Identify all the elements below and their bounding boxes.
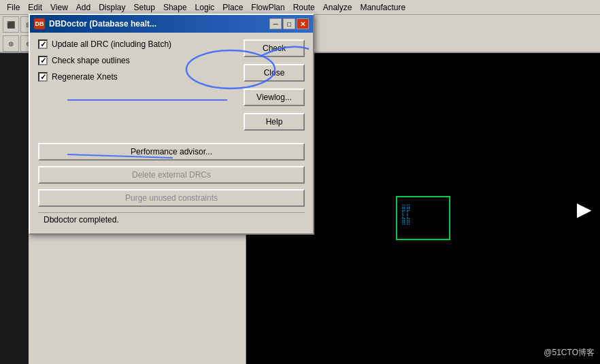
menu-setup[interactable]: Setup [130,1,159,14]
menu-file[interactable]: File [3,1,24,14]
close-dialog-button[interactable]: Close [244,64,305,82]
check-mark-1: ✓ [40,40,46,49]
toolbar-btn-18[interactable]: ⊛ [3,35,19,52]
performance-advisor-button[interactable]: Performance advisor... [38,143,305,161]
close-button[interactable]: ✕ [297,18,309,29]
menu-manufacture[interactable]: Manufacture [356,1,410,14]
dialog-icon: DB [34,18,45,29]
checkbox-shape-outlines[interactable]: ✓ [38,56,48,65]
menu-display[interactable]: Display [95,1,129,14]
maximize-button[interactable]: □ [283,18,295,29]
checkbox-regenerate-xnets[interactable]: ✓ [38,72,48,82]
purge-unused-constraints-button[interactable]: Purge unused constraints [38,189,305,207]
dialog-titlebar: DB DBDoctor (Database healt... ─ □ ✕ [30,15,313,33]
menu-route[interactable]: Route [289,1,319,14]
menu-edit[interactable]: Edit [24,1,46,14]
play-button[interactable]: ▶ [577,197,592,220]
dialog-right-panel: Check Close Viewlog... Help [244,39,305,132]
delete-external-drcs-button[interactable]: Delete external DRCs [38,166,305,184]
checkbox-label-3: Regenerate Xnets [52,72,118,82]
help-button[interactable]: Help [244,113,305,131]
dialog-controls: ─ □ ✕ [269,18,309,29]
dbdoctor-dialog: DB DBDoctor (Database healt... ─ □ ✕ ✓ U… [29,14,314,235]
check-mark-2: ✓ [40,56,46,65]
checkbox-label-1: Update all DRC (including Batch) [52,39,171,49]
check-button[interactable]: Check [244,39,305,57]
menu-bar: File Edit View Add Display Setup Shape L… [0,0,600,15]
menu-logic[interactable]: Logic [191,1,219,14]
dialog-title-left: DB DBDoctor (Database healt... [34,18,156,29]
menu-analyze[interactable]: Analyze [319,1,356,14]
dialog-footer: Performance advisor... Delete external D… [30,139,313,233]
menu-view[interactable]: View [46,1,72,14]
dialog-body: ✓ Update all DRC (including Batch) ✓ Che… [30,33,313,139]
checkbox-row-2: ✓ Check shape outlines [38,56,235,65]
checkbox-row-1: ✓ Update all DRC (including Batch) [38,39,235,49]
dialog-title-text: DBDoctor (Database healt... [49,19,156,29]
menu-place[interactable]: Place [218,1,247,14]
checkbox-row-3: ✓ Regenerate Xnets [38,72,235,82]
pcb-text: ⣿⣿⡇⡇⣿⣿ [401,204,411,225]
menu-add[interactable]: Add [72,1,95,14]
watermark: @51CTO博客 [544,347,595,359]
menu-flowplan[interactable]: FlowPlan [247,1,288,14]
menu-shape[interactable]: Shape [159,1,191,14]
check-mark-3: ✓ [40,73,46,82]
minimize-button[interactable]: ─ [269,18,282,29]
dialog-left-panel: ✓ Update all DRC (including Batch) ✓ Che… [38,39,235,132]
checkbox-label-2: Check shape outlines [52,56,130,65]
status-bar: Dbdoctor completed. [38,212,305,227]
viewlog-button[interactable]: Viewlog... [244,88,305,106]
toolbar-btn-1[interactable]: ⬛ [3,16,19,33]
checkbox-update-drc[interactable]: ✓ [38,39,48,49]
pcb-component: ⣿⣿⡇⡇⣿⣿ [396,196,450,240]
